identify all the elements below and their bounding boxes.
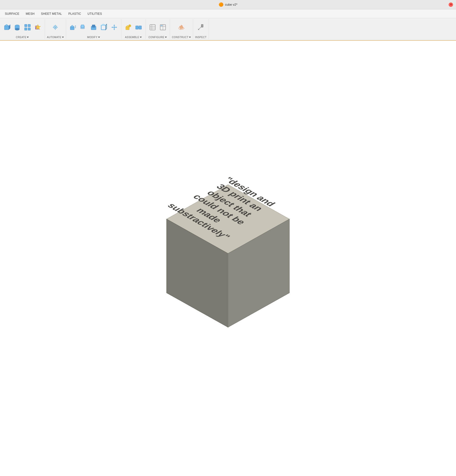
automate-icon (52, 24, 59, 31)
create-chevron-icon (27, 37, 29, 38)
svg-rect-10 (25, 28, 27, 30)
canvas-area: "design and 3D print an object that coul… (0, 41, 456, 476)
svg-rect-30 (92, 25, 95, 27)
menu-bar: SURFACE MESH SHEET METAL PLASTIC UTILITI… (0, 9, 456, 18)
configure-tools (148, 20, 168, 35)
svg-rect-28 (81, 25, 84, 28)
svg-rect-47 (139, 26, 142, 29)
configure-param-button[interactable] (148, 22, 157, 32)
toolbar: CREATE AUTOMATE (0, 18, 456, 40)
automate-button[interactable] (50, 22, 60, 32)
assemble-label[interactable]: ASSEMBLE (125, 35, 142, 39)
modify-extrude-icon (90, 24, 97, 31)
svg-rect-0 (4, 26, 9, 30)
svg-rect-41 (126, 27, 129, 30)
inspect-measure-icon (197, 24, 204, 31)
svg-marker-36 (114, 24, 115, 26)
construct-chevron-icon (189, 37, 191, 38)
modify-tools (68, 20, 119, 35)
menu-surface[interactable]: SURFACE (2, 11, 22, 16)
modify-extrude-button[interactable] (89, 22, 99, 32)
configure-chevron-icon (165, 37, 167, 38)
cube-3d: "design and 3D print an object that coul… (152, 172, 304, 344)
create-special-button[interactable] (33, 22, 43, 32)
title-bar-title: 🟠 cube v2* (219, 2, 238, 7)
menu-mesh[interactable]: MESH (23, 11, 38, 16)
title-bar: 🟠 cube v2* ✕ (0, 0, 456, 9)
svg-marker-37 (114, 29, 115, 30)
inspect-label: INSPECT (195, 35, 207, 39)
svg-marker-23 (70, 25, 74, 27)
svg-rect-31 (101, 25, 106, 30)
construct-plane-icon (178, 24, 185, 31)
construct-tools (176, 20, 186, 35)
menu-sheet-metal[interactable]: SHEET METAL (38, 11, 65, 16)
inspect-tools (196, 20, 206, 35)
configure-table-icon (159, 24, 166, 31)
svg-marker-39 (116, 27, 117, 28)
assemble-chevron-icon (140, 37, 142, 38)
modify-push-icon (70, 24, 76, 31)
svg-rect-49 (150, 25, 155, 30)
toolbar-group-automate: AUTOMATE (45, 19, 66, 39)
assemble-joint-icon (135, 24, 142, 31)
create-label[interactable]: CREATE (16, 35, 29, 39)
svg-rect-9 (28, 24, 30, 27)
modify-shell-icon (100, 24, 107, 31)
modify-push-button[interactable] (68, 22, 78, 32)
toolbar-group-modify: MODIFY (66, 19, 121, 39)
svg-rect-56 (161, 25, 162, 26)
modify-shell-button[interactable] (99, 22, 109, 32)
modify-label[interactable]: MODIFY (87, 35, 100, 39)
assemble-joint-button[interactable] (134, 22, 143, 32)
assemble-new-icon (125, 24, 132, 31)
svg-marker-2 (9, 24, 10, 30)
toolbar-group-assemble: ASSEMBLE (121, 19, 146, 39)
svg-point-19 (55, 27, 56, 28)
create-solid-button[interactable] (2, 22, 12, 32)
construct-plane-button[interactable] (176, 22, 186, 32)
create-cylinder-icon (14, 24, 21, 31)
toolbar-group-configure: CONFIGURE (146, 19, 170, 39)
svg-rect-11 (28, 28, 30, 30)
inspect-measure-button[interactable] (196, 22, 206, 32)
toolbar-group-inspect: INSPECT (193, 19, 209, 39)
automate-tools (50, 20, 60, 35)
svg-marker-1 (4, 24, 9, 26)
create-tools (2, 20, 43, 35)
modify-move-button[interactable] (109, 22, 119, 32)
svg-rect-8 (25, 24, 27, 27)
window-title: cube v2* (225, 3, 238, 6)
configure-param-icon (149, 24, 156, 31)
toolbar-group-create: CREATE (0, 19, 45, 39)
svg-rect-22 (70, 27, 74, 30)
menu-plastic[interactable]: PLASTIC (65, 11, 84, 16)
svg-marker-38 (111, 27, 113, 28)
configure-table-button[interactable] (158, 22, 168, 32)
svg-marker-32 (101, 24, 106, 25)
configure-label[interactable]: CONFIGURE (148, 35, 167, 39)
svg-point-40 (114, 27, 115, 28)
create-special-icon (34, 24, 41, 31)
svg-rect-46 (136, 26, 138, 29)
create-solid-icon (3, 24, 10, 31)
app-icon: 🟠 (219, 2, 224, 7)
assemble-tools (123, 20, 143, 35)
automate-label[interactable]: AUTOMATE (47, 35, 64, 39)
toolbar-group-construct: CONSTRUCT (170, 19, 193, 39)
automate-chevron-icon (62, 37, 64, 38)
assemble-new-button[interactable] (123, 22, 133, 32)
create-cylinder-button[interactable] (12, 22, 22, 32)
svg-point-5 (15, 28, 19, 30)
modify-move-icon (111, 24, 118, 31)
modify-chevron-icon (98, 37, 100, 38)
cube-svg: "design and 3D print an object that coul… (152, 170, 304, 347)
menu-utilities[interactable]: UTILITIES (85, 11, 105, 16)
title-bar-controls: ✕ (449, 2, 453, 7)
modify-pull-icon (80, 24, 87, 31)
close-button[interactable]: ✕ (449, 2, 453, 7)
svg-marker-33 (106, 24, 107, 30)
modify-pull-button[interactable] (78, 22, 88, 32)
create-pattern-button[interactable] (23, 22, 32, 32)
construct-label[interactable]: CONSTRUCT (172, 35, 191, 39)
